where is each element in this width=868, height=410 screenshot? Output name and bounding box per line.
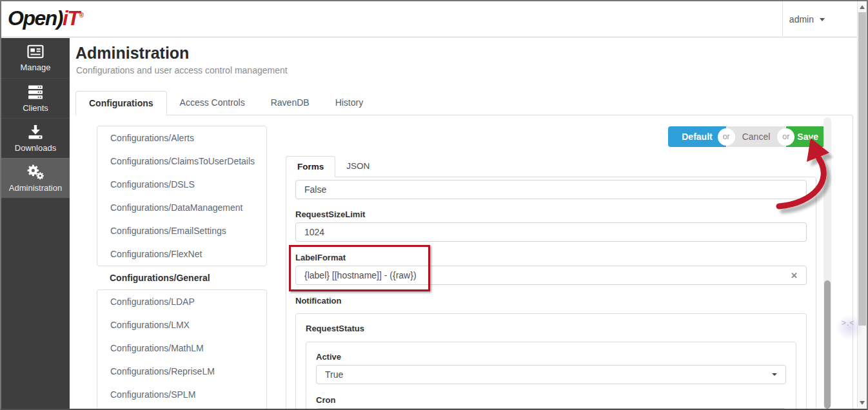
clear-icon[interactable]: ✕ — [791, 271, 798, 280]
sidebar-item-administration[interactable]: Administration — [1, 158, 70, 198]
openit-logo: Open)iT® — [8, 6, 84, 30]
cron-input[interactable] — [316, 408, 786, 409]
action-button-bar: Default or Cancel or Save — [668, 126, 829, 147]
form-card: False RequestSizeLimit 1024 LabelFormat … — [286, 177, 816, 409]
sidebar-item-label: Administration — [9, 183, 62, 193]
config-item-alerts[interactable]: Configurations/Alerts — [97, 126, 266, 150]
request-status-card: Active True Cron — [306, 342, 796, 409]
label-format-value: {label} [[hostname]] - ({raw}) — [304, 270, 417, 280]
config-list-bottom: Configurations/LDAP Configurations/LMX C… — [97, 289, 267, 409]
chevron-down-icon — [772, 373, 777, 376]
notification-card: RequestStatus Active True Cron — [295, 313, 807, 409]
logo-text-black: Open) — [8, 6, 63, 30]
user-menu[interactable]: admin — [789, 1, 825, 37]
configurations-panel: Configurations/Alerts Configurations/Cla… — [75, 115, 853, 409]
config-item-mathlm[interactable]: Configurations/MathLM — [97, 337, 266, 360]
sidebar-item-label: Downloads — [15, 143, 56, 153]
chevron-down-icon — [820, 18, 825, 21]
config-item-splm[interactable]: Configurations/SPLM — [97, 383, 266, 406]
page-scrollbar[interactable] — [857, 1, 867, 409]
notification-label: Notification — [295, 296, 807, 306]
servers-icon — [26, 84, 44, 100]
request-size-limit-input[interactable]: 1024 — [295, 222, 807, 242]
sidebar-item-manage[interactable]: Manage — [1, 38, 70, 78]
registered-mark: ® — [79, 12, 83, 19]
config-item-emailsettings[interactable]: Configurations/EmailSettings — [97, 219, 266, 242]
config-list-top: Configurations/Alerts Configurations/Cla… — [97, 126, 267, 266]
app-window: Open)iT® admin Manage — [0, 0, 868, 410]
tab-ravendb[interactable]: RavenDB — [258, 91, 322, 115]
request-size-limit-label: RequestSizeLimit — [295, 210, 807, 219]
request-status-label: RequestStatus — [306, 324, 796, 333]
sidebar-item-clients[interactable]: Clients — [1, 78, 70, 118]
config-item-lmx[interactable]: Configurations/LMX — [97, 313, 266, 337]
gears-icon — [26, 164, 45, 180]
sidebar-nav: Manage Clients — [1, 38, 70, 409]
or-separator: or — [777, 128, 794, 146]
form-view-tabs: Forms JSON — [286, 156, 380, 177]
tab-access-controls[interactable]: Access Controls — [167, 91, 258, 115]
config-item-ldap[interactable]: Configurations/LDAP — [97, 290, 266, 313]
tab-configurations[interactable]: Configurations — [75, 91, 167, 115]
download-icon — [27, 124, 44, 140]
sidebar-item-label: Clients — [23, 103, 48, 113]
config-item-general-selected[interactable]: Configurations/General — [97, 266, 290, 289]
page-subtitle: Configurations and user access control m… — [76, 65, 288, 75]
cron-label: Cron — [316, 395, 786, 405]
config-item-flexnet[interactable]: Configurations/FlexNet — [97, 242, 266, 266]
scroll-up-button[interactable] — [860, 5, 865, 9]
config-item-repriselm[interactable]: Configurations/RepriseLM — [97, 360, 266, 383]
active-select[interactable]: True — [316, 365, 786, 384]
header-divider — [782, 1, 783, 37]
active-label: Active — [316, 352, 786, 362]
sidebar-item-label: Manage — [21, 63, 51, 72]
or-separator: or — [718, 128, 735, 146]
unlabeled-value-input[interactable]: False — [295, 180, 807, 199]
tab-json[interactable]: JSON — [335, 156, 380, 177]
label-format-label: LabelFormat — [295, 253, 807, 262]
id-card-icon — [26, 44, 45, 59]
form-scrollbar-thumb[interactable] — [824, 280, 831, 409]
form-scrollbar-track[interactable] — [824, 117, 831, 409]
top-header: Open)iT® admin — [1, 1, 857, 37]
tab-forms[interactable]: Forms — [286, 156, 335, 177]
admin-tabs: Configurations Access Controls RavenDB H… — [75, 91, 376, 115]
config-item-claimstouserdetails[interactable]: Configurations/ClaimsToUserDetails — [97, 150, 266, 173]
active-select-value: True — [325, 369, 343, 380]
sidebar-item-downloads[interactable]: Downloads — [1, 118, 70, 158]
scroll-down-button[interactable] — [860, 401, 865, 405]
page-title: Administration — [75, 44, 189, 63]
logo-text-red: iT — [63, 6, 79, 30]
page-scrollbar-thumb[interactable] — [858, 12, 866, 326]
config-item-datamanagement[interactable]: Configurations/DataManagement — [97, 196, 266, 219]
label-format-input[interactable]: {label} [[hostname]] - ({raw}) ✕ — [295, 266, 807, 285]
tab-history[interactable]: History — [322, 91, 377, 115]
user-menu-label: admin — [789, 14, 814, 24]
config-item-dsls[interactable]: Configurations/DSLS — [97, 173, 266, 196]
